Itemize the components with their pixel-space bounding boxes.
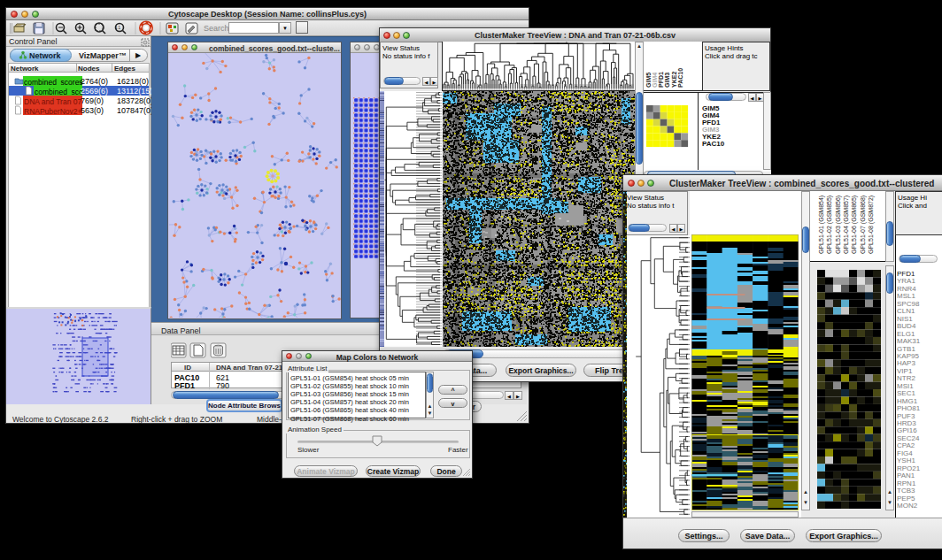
svg-text:1:1: 1:1: [115, 26, 121, 30]
